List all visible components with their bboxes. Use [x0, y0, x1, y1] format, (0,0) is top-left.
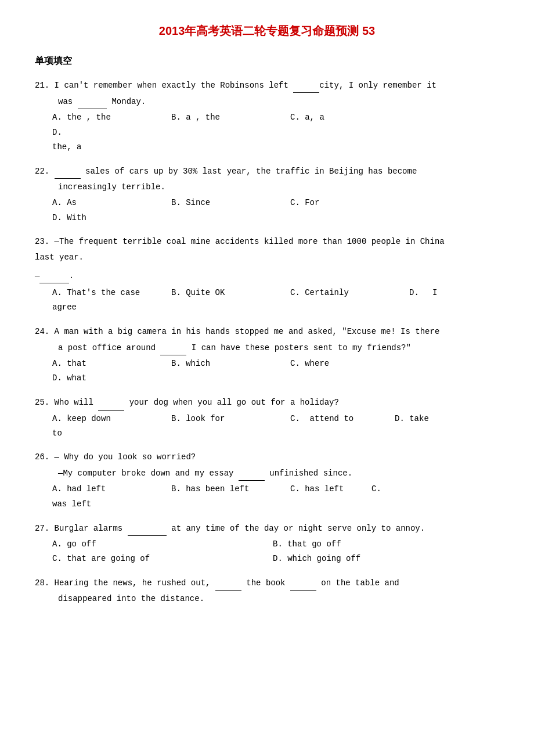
- option-27c: C. that are going of: [52, 552, 273, 566]
- option-26d: C.: [371, 482, 395, 496]
- option-22c: C. For: [290, 196, 398, 210]
- question-23: 23. —The frequent terrible coal mine acc…: [35, 235, 499, 315]
- option-21a: A. the , the: [52, 110, 160, 125]
- option-22a: A. As: [52, 196, 160, 210]
- option-26a: A. had left: [52, 482, 160, 496]
- option-27d: D. which going off: [273, 552, 360, 566]
- option-22b: B. Since: [171, 196, 279, 210]
- option-27a: A. go off: [52, 537, 273, 552]
- section-header: 单项填空: [35, 55, 499, 67]
- question-27: 27. Burglar alarms at any time of the da…: [35, 521, 499, 567]
- option-21c: C. a, a: [290, 110, 398, 125]
- question-21: 21. I can't remember when exactly the Ro…: [35, 78, 499, 154]
- option-27b: B. that go off: [273, 537, 341, 552]
- option-26b: B. has been left: [171, 482, 279, 496]
- option-24c: C. where: [290, 357, 398, 371]
- option-21b: B. a , the: [171, 110, 279, 125]
- option-25b: B. look for: [171, 412, 279, 426]
- option-23d: D.: [409, 286, 432, 300]
- question-25: 25. Who will your dog when you all go ou…: [35, 395, 499, 441]
- option-25d: D. take: [395, 412, 441, 426]
- question-24: 24. A man with a big camera in his hands…: [35, 325, 499, 386]
- question-28: 28. Hearing the news, he rushed out, the…: [35, 575, 499, 606]
- option-23a: A. That's the case: [52, 286, 160, 300]
- option-24d: D. what: [52, 371, 160, 386]
- option-26c: C. has left: [290, 482, 360, 496]
- option-23c: C. Certainly: [290, 286, 398, 300]
- question-26: 26. — Why do you look so worried? —My co…: [35, 450, 499, 512]
- title: 2013年高考英语二轮专题复习命题预测 53: [35, 23, 499, 39]
- option-25c: C. attend to: [290, 412, 383, 426]
- option-23d-text: I: [432, 286, 437, 300]
- option-22d: D. With: [52, 211, 160, 225]
- option-21d: D.: [52, 125, 160, 140]
- option-25a: A. keep down: [52, 412, 160, 426]
- question-22: 22. sales of cars up by 30% last year, t…: [35, 164, 499, 225]
- option-23b: B. Quite OK: [171, 286, 279, 300]
- option-24a: A. that: [52, 357, 160, 371]
- option-24b: B. which: [171, 357, 279, 371]
